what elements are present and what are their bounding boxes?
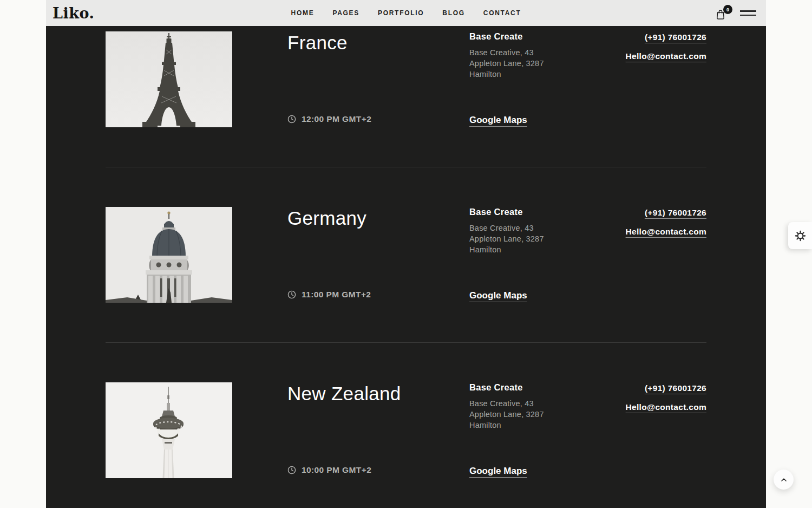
nav-item[interactable]: PAGES: [332, 9, 359, 17]
local-time: 12:00 PM GMT+2: [287, 114, 469, 124]
google-maps-link[interactable]: Google Maps: [469, 115, 527, 126]
google-maps-link[interactable]: Google Maps: [469, 466, 527, 477]
cart-button[interactable]: 0: [716, 6, 729, 20]
office-address: Base Creative, 43 Appleton Lane, 3287 Ha…: [469, 47, 567, 80]
country-column: Germany 11:00 PM GMT+2: [287, 207, 469, 303]
location-row: Germany 11:00 PM GMT+2 Base Create Base …: [106, 207, 706, 303]
office-column: Base Create Base Creative, 43 Appleton L…: [469, 207, 625, 303]
chevron-up-icon: [780, 476, 788, 484]
location-row: France 12:00 PM GMT+2 Base Create Base C…: [106, 31, 706, 127]
office-block: Base Create Base Creative, 43 Appleton L…: [469, 382, 625, 431]
clock-icon: [287, 115, 296, 123]
local-time-label: 12:00 PM GMT+2: [302, 114, 371, 124]
office-address: Base Creative, 43 Appleton Lane, 3287 Ha…: [469, 223, 567, 255]
office-name: Base Create: [469, 207, 625, 217]
eiffel-tower-image: [106, 31, 232, 127]
office-column: Base Create Base Creative, 43 Appleton L…: [469, 382, 625, 478]
country-heading: Germany: [287, 209, 469, 227]
phone-link[interactable]: (+91) 76001726: [645, 383, 706, 393]
clock-icon: [287, 466, 296, 474]
photo-column: [106, 31, 287, 127]
local-time: 11:00 PM GMT+2: [287, 290, 469, 299]
nav-item[interactable]: PORTFOLIO: [378, 9, 424, 17]
theme-settings-button[interactable]: [788, 222, 812, 249]
office-name: Base Create: [469, 382, 625, 393]
clock-icon: [287, 290, 296, 299]
contact-column: (+91) 76001726 Hello@contact.com: [625, 207, 706, 303]
site-logo[interactable]: Liko.: [53, 6, 94, 21]
site-header: Liko. HOMEPAGESPORTFOLIOBLOGCONTACT 0: [46, 0, 766, 26]
email-link[interactable]: Hello@contact.com: [626, 227, 706, 237]
office-name: Base Create: [469, 31, 625, 42]
nav-item[interactable]: CONTACT: [483, 9, 521, 17]
country-heading: France: [287, 33, 469, 52]
country-column: New Zealand 10:00 PM GMT+2: [287, 382, 469, 478]
office-address: Base Creative, 43 Appleton Lane, 3287 Ha…: [469, 398, 567, 431]
email-link[interactable]: Hello@contact.com: [626, 51, 706, 61]
cart-count-badge: 0: [723, 5, 732, 14]
contact-column: (+91) 76001726 Hello@contact.com: [625, 382, 706, 478]
row-divider: [106, 167, 706, 167]
main-nav: HOMEPAGESPORTFOLIOBLOGCONTACT: [291, 9, 521, 17]
contact-column: (+91) 76001726 Hello@contact.com: [625, 31, 706, 127]
local-time-label: 10:00 PM GMT+2: [302, 465, 371, 475]
location-row: New Zealand 10:00 PM GMT+2 Base Create B…: [106, 382, 706, 478]
office-block: Base Create Base Creative, 43 Appleton L…: [469, 207, 625, 255]
local-time-label: 11:00 PM GMT+2: [302, 290, 371, 299]
country-column: France 12:00 PM GMT+2: [287, 31, 469, 127]
nav-item[interactable]: HOME: [291, 9, 315, 17]
google-maps-link[interactable]: Google Maps: [469, 290, 527, 301]
hamburger-menu-icon[interactable]: [740, 8, 756, 18]
dome-cathedral-image: [106, 207, 232, 303]
photo-column: [106, 207, 287, 303]
phone-link[interactable]: (+91) 76001726: [645, 32, 706, 42]
nav-item[interactable]: BLOG: [442, 9, 464, 17]
office-block: Base Create Base Creative, 43 Appleton L…: [469, 31, 625, 80]
country-heading: New Zealand: [287, 384, 469, 403]
gear-icon: [795, 230, 806, 242]
scroll-to-top-button[interactable]: [774, 470, 794, 490]
office-column: Base Create Base Creative, 43 Appleton L…: [469, 31, 625, 127]
page-main: Liko. HOMEPAGESPORTFOLIOBLOGCONTACT 0: [46, 0, 766, 508]
row-divider: [106, 342, 706, 343]
header-actions: 0: [716, 6, 756, 20]
sky-tower-image: [106, 382, 232, 478]
locations-list: France 12:00 PM GMT+2 Base Create Base C…: [46, 26, 766, 478]
photo-column: [106, 382, 287, 478]
phone-link[interactable]: (+91) 76001726: [645, 208, 706, 218]
local-time: 10:00 PM GMT+2: [287, 465, 469, 475]
email-link[interactable]: Hello@contact.com: [626, 402, 706, 412]
